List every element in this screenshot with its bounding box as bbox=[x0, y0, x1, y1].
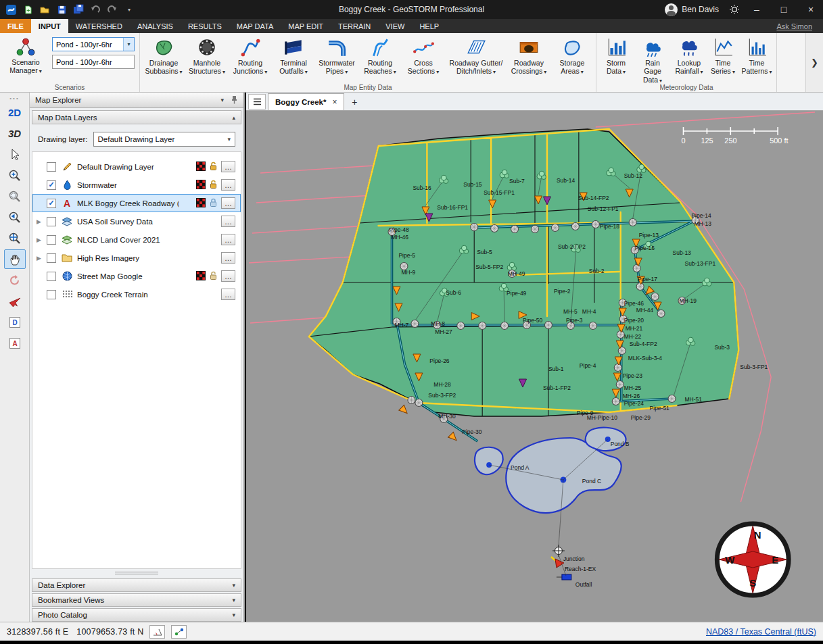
manhole-node[interactable] bbox=[511, 226, 519, 233]
manhole-node[interactable] bbox=[415, 399, 423, 407]
manhole-node[interactable] bbox=[544, 322, 552, 329]
stormwater-pipes-button[interactable]: Stormwater Pipes▾ bbox=[315, 34, 358, 76]
time-series-button[interactable]: Time Series▾ bbox=[707, 34, 739, 76]
manhole-node[interactable] bbox=[617, 331, 624, 339]
manhole-node[interactable] bbox=[571, 223, 579, 230]
toolbar-grip-icon[interactable]: ••• bbox=[9, 95, 19, 101]
quick-access-caret-icon[interactable]: ▾ bbox=[123, 3, 135, 16]
routing-junctions-button[interactable]: Routing Junctions▾ bbox=[229, 34, 272, 76]
tab-map-data[interactable]: MAP DATA bbox=[229, 19, 281, 33]
drawing-layer-select[interactable]: Default Drawing Layer ▾ bbox=[93, 132, 236, 147]
zoom-extents-button[interactable] bbox=[4, 228, 26, 248]
manhole-node[interactable] bbox=[471, 224, 478, 231]
manhole-node[interactable] bbox=[551, 224, 559, 232]
layer-checkbox[interactable] bbox=[47, 199, 56, 208]
layer-row-boggy-creek-terrain[interactable]: Boggy Creek Terrain … bbox=[32, 285, 241, 303]
roadway-crossings-button[interactable]: Roadway Crossings▾ bbox=[507, 34, 550, 76]
manhole-node[interactable] bbox=[616, 381, 624, 389]
close-tab-icon[interactable]: × bbox=[332, 97, 337, 107]
storage-areas-button[interactable]: Storage Areas▾ bbox=[550, 34, 594, 76]
tab-input[interactable]: INPUT bbox=[31, 19, 68, 33]
terminal-outfalls-button[interactable]: Terminal Outfalls▾ bbox=[272, 34, 315, 76]
lock-open-icon[interactable] bbox=[209, 271, 218, 282]
chevron-down-icon[interactable]: ▾ bbox=[220, 97, 224, 103]
flow-arrow[interactable] bbox=[448, 432, 459, 443]
manhole-node[interactable] bbox=[614, 364, 621, 372]
manhole-node[interactable] bbox=[633, 265, 640, 272]
tab-analysis[interactable]: ANALYSIS bbox=[130, 19, 181, 33]
color-grid-icon[interactable] bbox=[196, 180, 206, 191]
layer-options-button[interactable]: … bbox=[221, 179, 235, 191]
layer-checkbox[interactable] bbox=[47, 253, 56, 263]
expand-arrow-icon[interactable]: ▶ bbox=[37, 218, 47, 225]
undo-icon[interactable] bbox=[89, 3, 101, 16]
tab-watershed[interactable]: WATERSHED bbox=[68, 19, 130, 33]
tab-file[interactable]: FILE bbox=[0, 19, 31, 33]
layer-options-button[interactable]: … bbox=[221, 289, 235, 300]
layer-checkbox[interactable] bbox=[47, 290, 56, 299]
manhole-node[interactable] bbox=[532, 226, 539, 233]
tab-results[interactable]: RESULTS bbox=[181, 19, 229, 33]
color-grid-icon[interactable] bbox=[196, 198, 206, 209]
manhole-node[interactable] bbox=[612, 398, 619, 405]
tab-help[interactable]: HELP bbox=[412, 19, 446, 33]
manhole-node[interactable] bbox=[651, 293, 659, 301]
panel-splitter-handle[interactable] bbox=[30, 569, 243, 577]
layer-row-nlcd[interactable]: ▶ NLCD Land Cover 2021 … bbox=[32, 230, 241, 249]
layer-checkbox[interactable] bbox=[47, 217, 56, 226]
bookmarked-views-bar[interactable]: Bookmarked Views ▾ bbox=[32, 593, 241, 607]
manhole-node[interactable] bbox=[408, 397, 415, 404]
manhole-node[interactable] bbox=[457, 322, 465, 330]
lock-open-icon[interactable] bbox=[209, 162, 218, 172]
outfall-symbol[interactable] bbox=[557, 574, 571, 580]
scenario-manager-button[interactable]: Scenario Manager▾ bbox=[2, 34, 49, 75]
scenario-name-field[interactable]: Pond - 100yr-6hr bbox=[52, 55, 135, 69]
lock-open-icon[interactable] bbox=[209, 180, 218, 191]
save-all-icon[interactable] bbox=[72, 3, 85, 16]
manhole-node[interactable] bbox=[411, 320, 419, 328]
close-button[interactable]: × bbox=[800, 0, 822, 19]
chevron-up-icon[interactable]: ▴ bbox=[232, 114, 235, 121]
cross-sections-button[interactable]: Cross Sections▾ bbox=[402, 34, 445, 76]
storm-data-button[interactable]: Storm Data▾ bbox=[598, 34, 634, 76]
rotate-view-button[interactable] bbox=[4, 270, 26, 290]
layer-row-stormwater[interactable]: Stormwater … bbox=[32, 176, 241, 194]
layer-options-button[interactable]: … bbox=[221, 216, 235, 227]
maximize-button[interactable]: □ bbox=[773, 0, 795, 19]
user-account[interactable]: Ben Davis bbox=[665, 3, 723, 16]
open-folder-icon[interactable] bbox=[39, 3, 51, 16]
manhole-node[interactable] bbox=[479, 322, 486, 330]
layer-row-usa-soil[interactable]: ▶ USA Soil Survey Data … bbox=[32, 212, 241, 230]
routing-reaches-button[interactable]: Routing Reaches▾ bbox=[358, 34, 402, 76]
chevron-down-icon[interactable]: ▾ bbox=[123, 38, 134, 51]
map-drawing[interactable]: 0 125 250 500 ft N E S W Sub-16Sub-15Sub… bbox=[246, 111, 823, 622]
layer-row-street-map-google[interactable]: Street Map Google … bbox=[32, 267, 241, 285]
angle-measure-button[interactable] bbox=[149, 625, 165, 639]
lock-icon[interactable] bbox=[209, 198, 218, 209]
minimize-button[interactable]: – bbox=[746, 0, 768, 19]
reach-arrow[interactable] bbox=[551, 557, 564, 568]
roadway-gutter-button[interactable]: Roadway Gutter/ Ditch/Inlets▾ bbox=[445, 34, 507, 76]
scenario-select[interactable]: Pond - 100yr-6hr ▾ bbox=[52, 37, 135, 51]
manhole-node[interactable] bbox=[592, 221, 599, 228]
manhole-node[interactable] bbox=[668, 395, 676, 403]
layer-options-button[interactable]: … bbox=[221, 270, 235, 282]
document-tab-boggy-creek[interactable]: Boggy Creek* × bbox=[268, 93, 344, 110]
pan-hand-button[interactable] bbox=[4, 249, 26, 269]
flow-arrow[interactable] bbox=[399, 405, 410, 416]
lookup-rainfall-button[interactable]: Lookup Rainfall▾ bbox=[672, 34, 707, 76]
drainage-subbasins-button[interactable]: Drainage Subbasins▾ bbox=[142, 34, 185, 76]
tab-map-edit[interactable]: MAP EDIT bbox=[281, 19, 331, 33]
theme-brightness-icon[interactable] bbox=[728, 3, 740, 16]
layer-row-mlk-roadway[interactable]: A MLK Boggy Creek Roadway ( … bbox=[32, 194, 241, 212]
data-explorer-bar[interactable]: Data Explorer ▾ bbox=[32, 578, 241, 592]
color-grid-icon[interactable] bbox=[196, 162, 206, 172]
zoom-previous-button[interactable] bbox=[4, 207, 26, 227]
layer-options-button[interactable]: … bbox=[221, 161, 235, 172]
view-2d-button[interactable]: 2D bbox=[4, 103, 26, 122]
photo-catalog-bar[interactable]: Photo Catalog ▾ bbox=[32, 608, 241, 622]
ribbon-expand-button[interactable]: ❯ bbox=[805, 33, 823, 92]
color-grid-icon[interactable] bbox=[196, 271, 206, 282]
map-data-layers-header[interactable]: Map Data Layers ▴ bbox=[32, 110, 241, 124]
layer-checkbox[interactable] bbox=[47, 162, 56, 172]
